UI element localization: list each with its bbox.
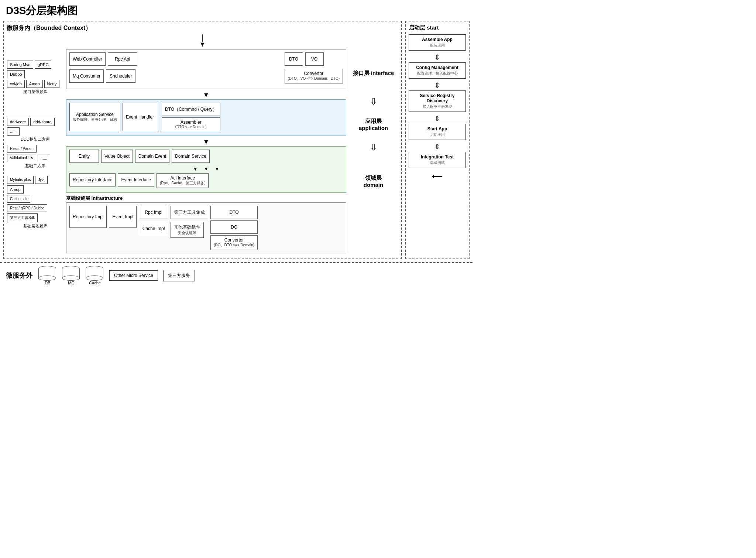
mq-consumer-box: Mq Consumer — [69, 69, 104, 83]
dep-base-etc: ...... — [38, 154, 50, 162]
dto-command-box: DTO（Commnd / Query） — [162, 103, 220, 116]
dep-dubbo: Dubbo — [7, 70, 25, 78]
dep-ddd-core: ddd-core — [7, 118, 29, 126]
infra-do-box: DO — [210, 220, 258, 234]
dep-amqp: Amqp — [26, 80, 43, 88]
infra-convertor-box: Convertor (DO、DTO <=> Domain) — [210, 235, 258, 250]
dep-ddd-share: ddd-share — [30, 118, 55, 126]
assembler-box: Assembler (DTO <=> Domain) — [162, 117, 220, 131]
base-dep-label: 基础二方库 — [7, 163, 64, 169]
app-service-box: Application Service 服务编排、事务处理、日志 — [69, 103, 120, 131]
app-layer: Application Service 服务编排、事务处理、日志 Event H… — [66, 99, 346, 136]
dep-cache-sdk: Cache sdk — [7, 195, 30, 203]
service-registry-item: Service Registry Discovery 接入服务注册发现 — [409, 90, 466, 112]
other-micro-service-box: Other Micro Service — [109, 270, 158, 281]
domain-layer-label2: domain — [364, 182, 383, 188]
other-infra-box: 其他基础组件 安全认证等 — [171, 222, 204, 238]
integration-test-item: Integration Test 集成测试 — [409, 152, 466, 168]
domain-layer: Entity Value Object Domain Event Domain … — [66, 146, 346, 193]
domain-event-box: Domain Event — [135, 150, 169, 163]
bottom-section: 微服务外 DB MQ Cache Other Micro Service 第 — [0, 262, 472, 288]
cache-impl-box: Cache Impl — [139, 222, 168, 235]
config-mgmt-item: Config Management 配置管理、接入配置中心 — [409, 62, 466, 79]
acl-interface-box: Acl Interface (Rpc、Cache、第三方服务) — [157, 173, 209, 188]
mq-label: MQ — [68, 281, 75, 285]
infra-layer: Repository Impl Event Impl Rpc Impl 第三方工… — [66, 202, 346, 253]
interface-layer-label: 接口层 interface — [353, 70, 394, 77]
interface-layer: Web Controller Rpc Api Mq Consumer Shche… — [66, 49, 346, 89]
shcheduler-box: Shcheduler — [106, 69, 135, 83]
db-label: DB — [45, 281, 50, 285]
infra-dep-label: 基础层依赖库 — [7, 223, 64, 229]
repo-impl-box: Repository Impl — [69, 206, 107, 228]
rpc-api-box: Rpc Api — [108, 52, 137, 66]
ddd-dep-label: DDD框架二方库 — [7, 137, 64, 142]
bottom-label: 微服务外 — [6, 271, 32, 280]
event-interface-box: Event Interface — [118, 173, 154, 186]
dep-result-param: Resut / Param — [7, 145, 37, 153]
dep-rest-grpc: Rest / gRPC / Dubbo — [7, 204, 47, 212]
third-party-service-box: 第三方服务 — [163, 270, 195, 281]
page-title: D3S分层架构图 — [0, 0, 472, 19]
infra-layer-label: 基础设施层 infrastructure — [66, 195, 346, 202]
dep-jpa: Jpa — [35, 176, 48, 184]
bounded-context: 微服务内（Bounded Context） ▼ Spring Mvc gRPC … — [3, 21, 402, 259]
cache-label: Cache — [89, 281, 101, 285]
start-app-item: Start App 启动应用 — [409, 124, 466, 140]
web-controller-box: Web Controller — [69, 52, 106, 66]
interface-dep-label: 接口层依赖库 — [7, 89, 64, 95]
event-handler-box: Event Handler — [123, 103, 157, 131]
event-impl-box: Event Impl — [109, 206, 137, 228]
entity-box: Entity — [69, 150, 99, 163]
startup-panel: 启动层 start Assemble App 组装应用 ⇕ Config Man… — [405, 21, 470, 259]
dep-ddd-etc: ...... — [7, 127, 20, 136]
dep-spring-mvc: Spring Mvc — [7, 61, 33, 69]
dep-mybatis: Mybatis-plus — [7, 176, 34, 184]
dep-xxl-job: xxl-job — [7, 80, 25, 88]
third-tools-box: 第三方工具集成 — [171, 206, 208, 219]
bounded-context-label: 微服务内（Bounded Context） — [7, 24, 398, 32]
app-layer-label2: application — [359, 125, 388, 131]
domain-layer-label1: 领域层 — [365, 175, 382, 182]
startup-label: 启动层 start — [409, 24, 466, 31]
repository-interface-box: Repository Interface — [69, 173, 116, 186]
dep-netty: Netty — [44, 80, 60, 88]
dep-validation: ValidationUtils — [7, 154, 36, 162]
vo-box: VO — [305, 52, 324, 66]
convertor-box: Convertor (DTO、VO <=> Domain、DTO) — [285, 69, 343, 83]
rpc-impl-box: Rpc Impl — [139, 206, 168, 219]
value-object-box: Value Object — [101, 150, 133, 163]
domain-service-box: Domain Service — [172, 150, 210, 163]
assemble-app-item: Assemble App 组装应用 — [409, 34, 466, 51]
app-layer-label1: 应用层 — [365, 118, 382, 125]
dto-box: DTO — [285, 52, 303, 66]
dep-infra-amqp: Amqp — [7, 185, 24, 194]
infra-dto-box: DTO — [210, 206, 258, 219]
dep-grpc: gRPC — [35, 61, 51, 69]
dep-third-sdk: 第三方工具Sdk — [7, 213, 38, 222]
